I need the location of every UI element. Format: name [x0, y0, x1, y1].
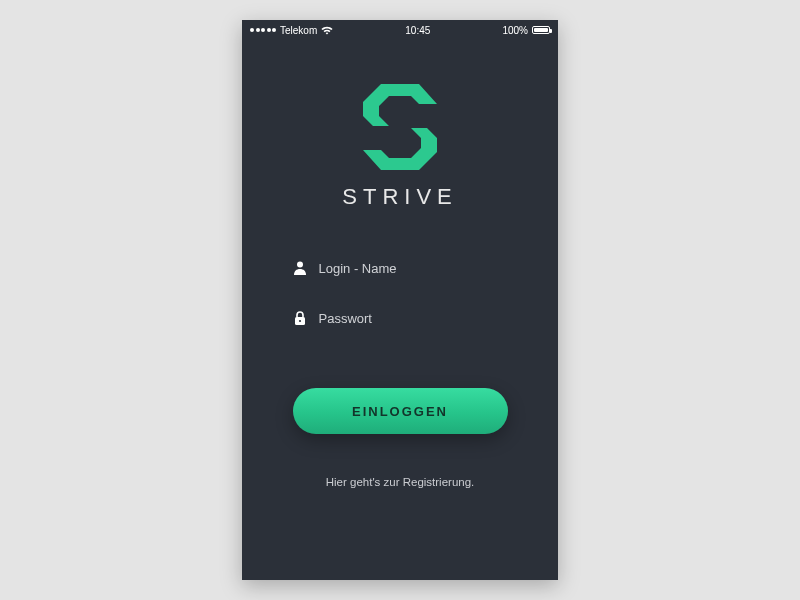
- lock-icon: [293, 310, 307, 326]
- svg-point-2: [297, 262, 303, 268]
- svg-marker-1: [363, 128, 437, 170]
- carrier-label: Telekom: [280, 25, 317, 36]
- brand-name: STRIVE: [342, 184, 457, 210]
- login-field-row: [293, 260, 508, 276]
- status-left: Telekom: [250, 25, 333, 36]
- wifi-icon: [321, 26, 333, 35]
- user-icon: [293, 260, 307, 276]
- status-time: 10:45: [405, 25, 430, 36]
- login-button[interactable]: EINLOGGEN: [293, 388, 508, 434]
- svg-marker-0: [363, 84, 437, 126]
- register-link[interactable]: Hier geht's zur Registrierung.: [326, 476, 475, 488]
- svg-point-4: [298, 320, 300, 322]
- logo-area: STRIVE: [242, 84, 558, 210]
- brand-logo-icon: [361, 84, 439, 170]
- login-input[interactable]: [319, 261, 508, 276]
- status-right: 100%: [502, 25, 550, 36]
- battery-icon: [532, 26, 550, 34]
- phone-frame: Telekom 10:45 100% STRIVE: [242, 20, 558, 580]
- signal-strength-icon: [250, 28, 276, 32]
- battery-percent: 100%: [502, 25, 528, 36]
- password-field-row: [293, 310, 508, 326]
- password-input[interactable]: [319, 311, 508, 326]
- status-bar: Telekom 10:45 100%: [242, 20, 558, 40]
- login-form: EINLOGGEN Hier geht's zur Registrierung.: [242, 260, 558, 488]
